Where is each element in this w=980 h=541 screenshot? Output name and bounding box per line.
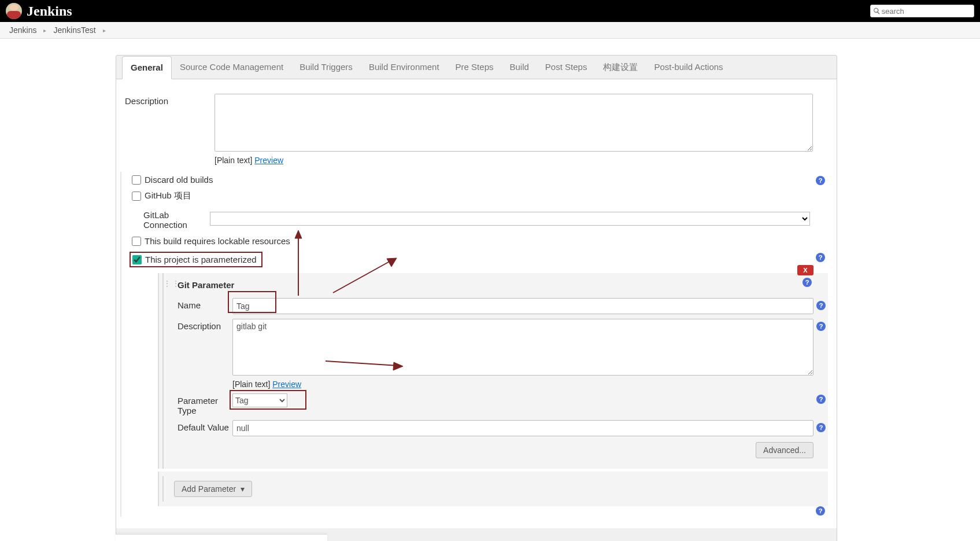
param-title: Git Parameter: [171, 278, 828, 296]
chevron-right-icon: ▸: [98, 27, 110, 34]
param-name-input[interactable]: [232, 298, 813, 314]
bottom-bar: Save Apply: [116, 534, 327, 541]
help-icon[interactable]: ?: [816, 423, 826, 432]
param-default-input[interactable]: [232, 420, 813, 436]
lockable-checkbox[interactable]: [132, 237, 141, 246]
top-bar: Jenkins: [0, 0, 980, 22]
breadcrumb-root[interactable]: Jenkins: [7, 25, 39, 35]
logo[interactable]: Jenkins: [6, 3, 72, 19]
github-project-label: GitHub 项目: [145, 190, 191, 201]
chevron-right-icon: ▸: [39, 27, 51, 34]
param-desc-textarea[interactable]: <span class="wavy">gitlab</span> git: [232, 319, 813, 376]
param-default-label: Default Value: [177, 420, 232, 432]
param-type-select[interactable]: Tag: [232, 393, 287, 407]
help-icon[interactable]: ?: [816, 176, 825, 185]
tab-pre-steps[interactable]: Pre Steps: [448, 56, 502, 79]
tab-scm[interactable]: Source Code Management: [172, 56, 291, 79]
config-panel: General Source Code Management Build Tri…: [116, 55, 837, 541]
gitlab-connection-select[interactable]: [210, 212, 810, 226]
plain-text-label: [Plain text]: [215, 156, 252, 165]
param-desc-label: Description: [177, 319, 232, 331]
advanced-button[interactable]: Advanced...: [756, 442, 813, 458]
help-icon[interactable]: ?: [816, 506, 825, 516]
tab-build[interactable]: Build: [501, 56, 537, 79]
search-icon: [873, 7, 881, 15]
breadcrumb: Jenkins ▸ JenkinsTest ▸: [0, 22, 980, 39]
discard-label: Discard old builds: [145, 175, 213, 185]
description-label: Description: [125, 94, 215, 106]
tab-build-env[interactable]: Build Environment: [361, 56, 448, 79]
plain-text-label: [Plain text]: [232, 380, 270, 389]
tab-build-triggers[interactable]: Build Triggers: [291, 56, 361, 79]
add-parameter-button[interactable]: Add Parameter ▾: [174, 481, 252, 497]
param-type-label: Parameter Type: [177, 393, 232, 415]
drag-handle-icon[interactable]: ⋮⋮: [163, 279, 180, 288]
tab-post-steps[interactable]: Post Steps: [537, 56, 596, 79]
preview-link[interactable]: Preview: [254, 156, 283, 165]
product-name: Jenkins: [27, 3, 72, 19]
jenkins-logo-icon: [6, 3, 22, 19]
description-textarea[interactable]: [215, 94, 813, 152]
git-parameter-block: X ⋮⋮ ? Git Parameter Name ?: [158, 273, 828, 469]
help-icon[interactable]: ?: [816, 253, 825, 262]
param-name-label: Name: [177, 298, 232, 310]
breadcrumb-project[interactable]: JenkinsTest: [51, 25, 98, 35]
tab-post-build[interactable]: Post-build Actions: [646, 56, 731, 79]
config-tabs: General Source Code Management Build Tri…: [116, 56, 837, 79]
delete-parameter-button[interactable]: X: [797, 265, 813, 275]
help-icon[interactable]: ?: [816, 322, 826, 331]
help-icon[interactable]: ?: [803, 278, 812, 287]
help-icon[interactable]: ?: [816, 301, 826, 310]
help-icon[interactable]: ?: [816, 395, 826, 404]
search-box[interactable]: [870, 5, 974, 17]
parameterized-label: This project is parameterized: [145, 255, 257, 264]
tab-general[interactable]: General: [122, 56, 172, 79]
tab-build-settings[interactable]: 构建设置: [595, 56, 646, 79]
preview-link[interactable]: Preview: [272, 380, 301, 389]
github-project-checkbox[interactable]: [132, 192, 141, 201]
lockable-label: This build requires lockable resources: [145, 236, 290, 246]
search-input[interactable]: [882, 7, 971, 16]
gitlab-connection-label: GitLab Connection: [132, 208, 210, 230]
discard-checkbox[interactable]: [132, 175, 141, 185]
parameterized-checkbox[interactable]: [132, 255, 142, 264]
config-body: Description [Plain text] Preview Discard…: [116, 79, 837, 528]
